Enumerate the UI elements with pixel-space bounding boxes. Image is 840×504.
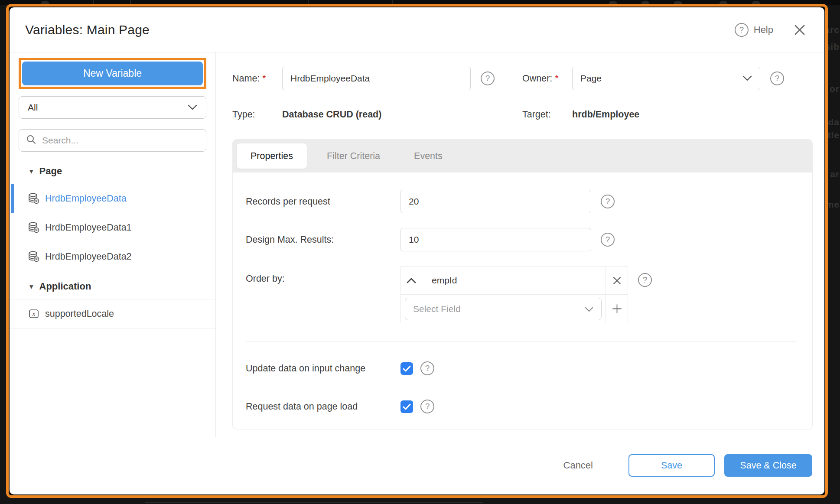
records-per-request-field[interactable] (400, 190, 591, 213)
design-max-results-label: Design Max. Results: (246, 234, 400, 245)
variable-settings-panel: Properties Filter Criteria Events Record… (232, 139, 813, 429)
owner-value: Page (580, 73, 602, 84)
dialog-footer: Cancel Save Save & Close (10, 437, 824, 494)
save-and-close-button[interactable]: Save & Close (724, 454, 812, 477)
owner-label: Owner:* (522, 73, 572, 84)
max-results-help-icon[interactable]: ? (601, 233, 615, 247)
select-field-dropdown[interactable]: Select Field (405, 298, 602, 320)
database-icon (28, 221, 40, 234)
database-icon (28, 250, 40, 263)
tab-properties[interactable]: Properties (237, 143, 307, 169)
update-on-change-help-icon[interactable]: ? (420, 361, 434, 375)
annotation-highlight-frame: Variables: Main Page ? Help New Variable… (6, 4, 828, 498)
variable-type-filter-value: All (28, 102, 38, 113)
new-variable-button[interactable]: New Variable (22, 62, 203, 85)
owner-help-icon[interactable]: ? (770, 72, 784, 85)
variable-name: HrdbEmployeeData1 (45, 222, 132, 233)
close-icon[interactable] (792, 23, 807, 37)
sort-ascending-toggle[interactable] (401, 267, 422, 294)
target-value: hrdb/Employee (572, 109, 760, 120)
dialog-title: Variables: Main Page (25, 23, 150, 37)
records-help-icon[interactable]: ? (601, 195, 615, 208)
update-on-change-label: Update data on input change (246, 363, 400, 374)
variables-dialog: Variables: Main Page ? Help New Variable… (10, 7, 824, 494)
sidebar-item-supportedlocale[interactable]: x supportedLocale (10, 299, 215, 328)
owner-dropdown[interactable]: Page (572, 67, 760, 90)
update-on-change-checkbox[interactable] (400, 362, 413, 375)
dialog-header: Variables: Main Page ? Help (10, 7, 824, 52)
sidebar-item-hrdbemployeedata[interactable]: HrdbEmployeeData (10, 184, 215, 213)
save-button[interactable]: Save (628, 454, 715, 477)
help-link[interactable]: Help (754, 24, 773, 36)
sidebar-item-hrdbemployeedata1[interactable]: HrdbEmployeeData1 (10, 213, 215, 242)
search-input[interactable] (42, 135, 199, 146)
add-order-field-button[interactable] (606, 294, 628, 323)
type-label: Type: (232, 109, 282, 120)
sidebar-section-application[interactable]: ▾ Application (10, 271, 215, 299)
variable-name: HrdbEmployeeData2 (45, 251, 132, 262)
svg-text:x: x (32, 311, 36, 317)
divider (246, 341, 797, 342)
sidebar-section-page[interactable]: ▾ Page (10, 166, 215, 184)
remove-order-field-button[interactable] (606, 267, 628, 294)
search-icon (26, 134, 36, 146)
records-per-request-label: Records per request (246, 196, 400, 207)
tab-bar: Properties Filter Criteria Events (233, 140, 812, 172)
variable-name: supportedLocale (45, 309, 114, 319)
variable-details: Name:* ? Owner:* Page ? Type: Database C… (216, 52, 824, 437)
tab-events[interactable]: Events (400, 143, 456, 169)
sidebar-search[interactable] (19, 129, 206, 152)
database-icon (28, 192, 40, 205)
caret-down-icon: ▾ (29, 168, 33, 175)
target-label: Target: (522, 109, 572, 120)
sidebar-item-hrdbemployeedata2[interactable]: HrdbEmployeeData2 (10, 242, 215, 271)
caret-down-icon: ▾ (29, 283, 33, 290)
help-icon[interactable]: ? (735, 23, 749, 37)
annotation-highlight-button: New Variable (19, 58, 206, 89)
variable-name: HrdbEmployeeData (45, 193, 127, 204)
chevron-down-icon (742, 73, 752, 84)
order-by-label: Order by: (246, 266, 400, 323)
variable-icon: x (28, 308, 40, 320)
required-asterisk: * (262, 73, 266, 84)
order-by-field-value[interactable]: empId (422, 267, 606, 294)
variables-sidebar: New Variable All ▾ Page (10, 52, 216, 437)
design-max-results-field[interactable] (400, 228, 591, 251)
chevron-down-icon (188, 102, 197, 113)
request-on-load-label: Request data on page load (246, 401, 400, 412)
order-by-editor: empId Select Field (400, 266, 628, 323)
chevron-down-icon (585, 304, 593, 314)
cancel-button[interactable]: Cancel (559, 454, 597, 477)
required-asterisk: * (555, 73, 558, 84)
variable-type-filter-dropdown[interactable]: All (19, 96, 206, 119)
name-help-icon[interactable]: ? (481, 72, 495, 85)
request-on-load-checkbox[interactable] (400, 400, 413, 413)
tab-filter-criteria[interactable]: Filter Criteria (313, 143, 394, 169)
order-by-help-icon[interactable]: ? (638, 273, 652, 287)
name-label: Name:* (232, 73, 282, 84)
type-value: Database CRUD (read) (282, 109, 471, 120)
background-line (145, 502, 483, 503)
name-field[interactable] (282, 67, 471, 90)
request-on-load-help-icon[interactable]: ? (420, 400, 434, 413)
